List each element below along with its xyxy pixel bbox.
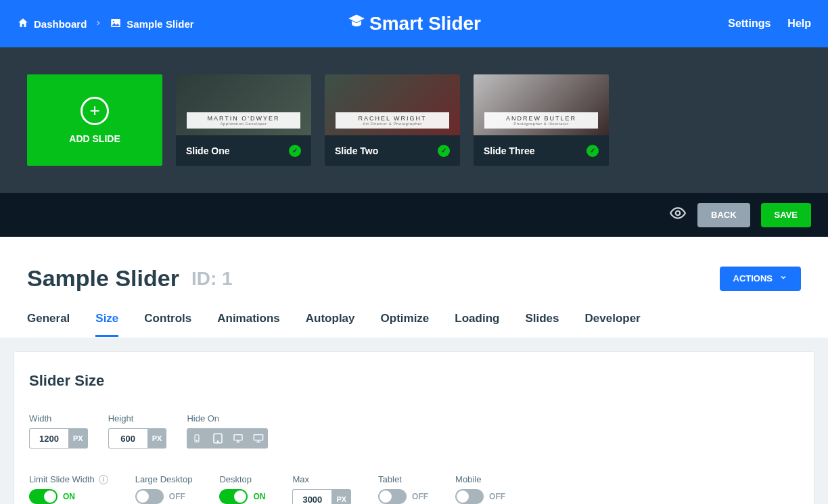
width-label: Width (29, 413, 88, 423)
toggle-state: OFF (489, 492, 505, 501)
slide-bar: Slide Three ✓ (474, 135, 609, 166)
breadcrumb-current: Sample Slider (110, 17, 193, 31)
svg-point-4 (197, 440, 198, 441)
check-icon: ✓ (438, 145, 450, 157)
topbar-right: Settings Help (728, 18, 811, 30)
slide-card[interactable]: ANDREW BUTLER Photographer & Illustrator… (474, 74, 609, 166)
slide-card[interactable]: MARTIN O'DWYER Application Developer Sli… (176, 74, 311, 166)
tab-developer[interactable]: Developer (585, 306, 641, 337)
panel-heading: Slider Size (29, 372, 799, 390)
slide-overlay: MARTIN O'DWYER Application Developer (187, 112, 300, 129)
mobile-label: Mobile (455, 474, 505, 484)
home-icon (17, 17, 29, 31)
breadcrumb-current-label: Sample Slider (127, 18, 193, 30)
actions-button[interactable]: ACTIONS (720, 267, 802, 291)
help-link[interactable]: Help (787, 18, 811, 30)
toggle-state: OFF (169, 492, 185, 501)
page-title: Sample Slider ID: 1 (27, 265, 233, 292)
hideon-label: Hide On (187, 413, 268, 423)
image-icon (110, 17, 122, 31)
settings-link[interactable]: Settings (728, 18, 770, 30)
tablet-label: Tablet (378, 474, 428, 484)
svg-point-1 (113, 20, 114, 22)
add-slide-button[interactable]: + ADD SLIDE (27, 74, 162, 166)
page-id: ID: 1 (191, 268, 233, 290)
overlay-sub: Application Developer (187, 122, 300, 126)
hideon-field: Hide On (187, 413, 268, 449)
plus-icon: + (80, 97, 109, 125)
svg-rect-7 (234, 435, 242, 440)
width-field: Width PX (29, 413, 88, 449)
slide-title: Slide Two (335, 145, 378, 156)
toggle-state: ON (253, 492, 265, 501)
tab-loading[interactable]: Loading (455, 306, 499, 337)
large-desktop-label: Large Desktop (135, 474, 193, 484)
tab-size[interactable]: Size (95, 306, 118, 337)
action-bar: BACK SAVE (0, 193, 828, 237)
slide-title: Slide Three (484, 145, 534, 156)
tablet-field: Tablet OFF (378, 474, 428, 504)
overlay-sub: Art Director & Photographer (336, 122, 449, 126)
max-input[interactable] (292, 489, 331, 504)
height-field: Height PX (108, 413, 167, 449)
svg-point-6 (217, 441, 218, 442)
limit-width-toggle[interactable]: ON (29, 489, 108, 504)
check-icon: ✓ (289, 145, 301, 157)
hideon-tablet-icon[interactable] (207, 428, 227, 449)
add-slide-label: ADD SLIDE (69, 133, 120, 144)
hideon-desktop-icon[interactable] (227, 428, 248, 449)
max-label: Max (292, 474, 351, 484)
chevron-down-icon (779, 273, 787, 283)
height-input[interactable] (108, 428, 147, 449)
info-icon[interactable]: i (99, 475, 108, 484)
back-button[interactable]: BACK (697, 203, 750, 227)
px-suffix: PX (68, 428, 88, 449)
chevron-right-icon (95, 19, 101, 28)
slide-strip: + ADD SLIDE MARTIN O'DWYER Application D… (0, 47, 828, 193)
slide-thumb: ANDREW BUTLER Photographer & Illustrator (474, 74, 609, 135)
slide-thumb: RACHEL WRIGHT Art Director & Photographe… (325, 74, 460, 135)
slide-card[interactable]: RACHEL WRIGHT Art Director & Photographe… (325, 74, 460, 166)
hideon-large-desktop-icon[interactable] (248, 428, 268, 449)
slide-bar: Slide Two ✓ (325, 135, 460, 166)
tablet-toggle[interactable]: OFF (378, 489, 428, 504)
hideon-mobile-icon[interactable] (187, 428, 207, 449)
mobile-field: Mobile OFF (455, 474, 505, 504)
breadcrumb-home[interactable]: Dashboard (17, 17, 87, 31)
tab-general[interactable]: General (27, 306, 70, 337)
max-field: Max PX (292, 474, 351, 504)
panel-container: Slider Size Width PX Height PX Hide On (0, 338, 828, 504)
slide-overlay: ANDREW BUTLER Photographer & Illustrator (484, 112, 598, 129)
toggle-state: ON (63, 492, 75, 501)
slide-thumb: MARTIN O'DWYER Application Developer (176, 74, 311, 135)
save-button[interactable]: SAVE (761, 203, 811, 227)
overlay-name: ANDREW BUTLER (484, 115, 598, 122)
large-desktop-toggle[interactable]: OFF (135, 489, 193, 504)
height-label: Height (108, 413, 167, 423)
breadcrumb: Dashboard Sample Slider (17, 17, 194, 31)
logo-icon (347, 12, 366, 36)
slide-bar: Slide One ✓ (176, 135, 311, 166)
tabs: General Size Controls Animations Autopla… (27, 306, 801, 338)
desktop-field: Desktop ON (219, 474, 265, 504)
limit-label: Limit Slide Width (29, 474, 95, 484)
limit-width-field: Limit Slide Widthi ON (29, 474, 108, 504)
width-input[interactable] (29, 428, 68, 449)
px-suffix: PX (147, 428, 167, 449)
tab-autoplay[interactable]: Autoplay (306, 306, 355, 337)
toggle-state: OFF (412, 492, 428, 501)
slider-size-panel: Slider Size Width PX Height PX Hide On (14, 351, 814, 504)
preview-icon[interactable] (669, 204, 687, 226)
tab-slides[interactable]: Slides (525, 306, 559, 337)
page-title-text: Sample Slider (27, 265, 179, 292)
page-header: Sample Slider ID: 1 ACTIONS General Size… (0, 237, 828, 338)
mobile-toggle[interactable]: OFF (455, 489, 505, 504)
desktop-toggle[interactable]: ON (219, 489, 265, 504)
actions-label: ACTIONS (733, 273, 773, 283)
tab-optimize[interactable]: Optimize (381, 306, 430, 337)
px-suffix: PX (331, 489, 351, 504)
tab-animations[interactable]: Animations (217, 306, 280, 337)
tab-controls[interactable]: Controls (144, 306, 191, 337)
large-desktop-field: Large Desktop OFF (135, 474, 193, 504)
overlay-sub: Photographer & Illustrator (484, 122, 598, 126)
